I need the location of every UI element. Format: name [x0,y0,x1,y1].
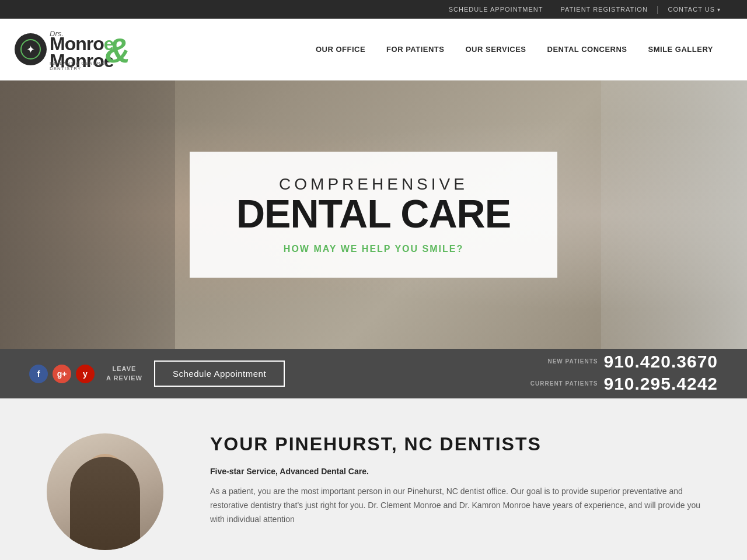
hero-section: COMPREHENSIVE DENTAL CARE HOW MAY WE HEL… [0,80,747,349]
about-body: As a patient, you are the most important… [210,485,700,526]
hero-person-left [0,80,175,349]
schedule-appointment-link[interactable]: SCHEDULE APPOINTMENT [440,6,552,13]
about-heading: YOUR PINEHURST, NC DENTISTS [210,433,700,455]
doctor-photo-area [47,433,175,550]
main-header: ✦ Drs. Monroe Monroe & Implant & General… [0,19,747,80]
about-text: YOUR PINEHURST, NC DENTISTS Five-star Se… [210,433,700,526]
logo-area: ✦ Drs. Monroe Monroe & Implant & General… [23,24,140,74]
nav-our-office[interactable]: OUR OFFICE [305,39,376,60]
logo-circle-inner: ✦ [20,39,41,60]
social-icons: f g+ y [29,365,95,383]
logo[interactable]: ✦ Drs. Monroe Monroe & Implant & General… [23,24,140,74]
contact-us-link[interactable]: CONTACT US ▾ [659,6,730,13]
about-subheading: Five-star Service, Advanced Dental Care. [210,467,700,476]
cta-bar: f g+ y LEAVE A REVIEW Schedule Appointme… [0,349,747,398]
current-patients-phone: 910.295.4242 [603,374,718,394]
new-patients-row: NEW PATIENTS 910.420.3670 [530,352,718,372]
nav-smile-gallery[interactable]: SMILE GALLERY [638,39,724,60]
top-bar: SCHEDULE APPOINTMENT PATIENT REGISTRATIO… [0,0,747,19]
hero-person-right [601,80,747,349]
contact-dropdown-arrow: ▾ [717,6,721,13]
yelp-icon[interactable]: y [76,365,95,383]
logo-circle: ✦ [15,33,47,65]
google-plus-icon[interactable]: g+ [53,365,71,383]
hero-title: DENTAL CARE [236,194,511,233]
leave-review-line2: A REVIEW [106,374,142,383]
main-nav: OUR OFFICE FOR PATIENTS OUR SERVICES DEN… [305,39,724,60]
hero-content-box: COMPREHENSIVE DENTAL CARE HOW MAY WE HEL… [190,152,557,278]
cta-left: f g+ y LEAVE A REVIEW Schedule Appointme… [29,360,285,387]
cta-right: NEW PATIENTS 910.420.3670 CURRENT PATIEN… [530,352,718,396]
leave-review-line1: LEAVE [106,365,142,373]
leave-review-label: LEAVE A REVIEW [106,365,142,383]
about-section: YOUR PINEHURST, NC DENTISTS Five-star Se… [0,398,747,560]
current-patients-row: CURRENT PATIENTS 910.295.4242 [530,374,718,394]
nav-dental-concerns[interactable]: DENTAL CONCERNS [537,39,638,60]
nav-for-patients[interactable]: FOR PATIENTS [376,39,455,60]
nav-our-services[interactable]: OUR SERVICES [455,39,536,60]
patient-registration-link[interactable]: PATIENT REGISTRATION [551,6,656,13]
current-patients-label: CURRENT PATIENTS [530,380,598,387]
logo-subtitle: Implant & General Dentistry [50,61,140,71]
facebook-icon[interactable]: f [29,365,48,383]
tooth-icon: ✦ [26,43,35,56]
schedule-appointment-button[interactable]: Schedule Appointment [154,360,285,387]
doctor-photo [47,433,163,550]
new-patients-label: NEW PATIENTS [547,358,598,365]
doctor-body-shape [70,457,140,550]
contact-us-label: CONTACT US [668,6,715,13]
hero-tagline: HOW MAY WE HELP YOU SMILE? [236,244,511,254]
new-patients-phone: 910.420.3670 [603,352,718,372]
